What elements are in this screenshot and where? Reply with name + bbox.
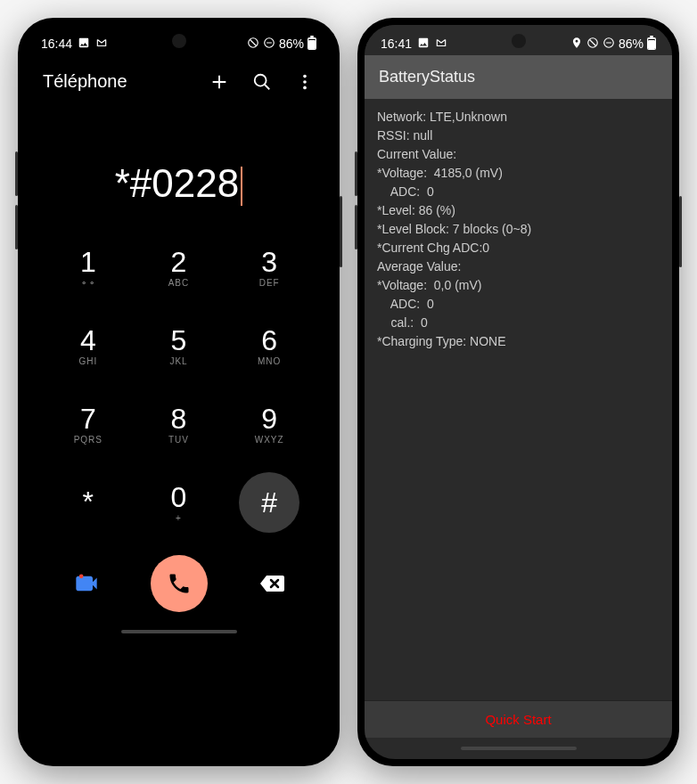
call-button[interactable] (151, 555, 208, 612)
info-line: *Voltage: 4185,0 (mV) (377, 164, 660, 183)
key-hash[interactable]: # (239, 472, 299, 533)
battery-text: 86% (279, 37, 304, 51)
battery-icon (647, 36, 656, 52)
image-icon (417, 37, 430, 51)
image-icon (78, 37, 90, 51)
svg-point-10 (78, 575, 83, 579)
status-bar: 16:41 86% (365, 25, 672, 55)
dialed-text: *#0228 (115, 161, 239, 205)
svg-point-9 (303, 86, 307, 89)
no-sim-icon (247, 37, 259, 51)
info-line: RSSI: null (377, 127, 660, 145)
phone-dialer: 16:44 86% (18, 18, 340, 766)
battery-info-text: Network: LTE,Unknown RSSI: null Current … (365, 99, 672, 700)
key-9[interactable]: 9WXYZ (224, 389, 315, 459)
status-time: 16:44 (41, 37, 72, 51)
location-icon (570, 37, 583, 51)
svg-point-8 (303, 80, 307, 84)
svg-point-7 (303, 74, 307, 78)
no-sim-icon (586, 37, 599, 51)
backspace-button[interactable] (252, 564, 291, 603)
battery-text: 86% (619, 37, 644, 51)
key-6[interactable]: 6MNO (224, 311, 315, 380)
key-0[interactable]: 0+ (134, 468, 225, 537)
key-star[interactable]: * (43, 468, 134, 537)
info-line: cal.: 0 (377, 314, 660, 332)
action-row (25, 537, 332, 621)
quick-start-button[interactable]: Quick Start (365, 700, 672, 738)
key-4[interactable]: 4GHI (43, 311, 134, 380)
phone-battery-status: 16:41 86% (357, 18, 679, 766)
keypad: 1⚬⚬ 2ABC 3DEF 4GHI 5JKL 6MNO 7PQRS 8TUV … (25, 233, 332, 537)
svg-rect-13 (650, 36, 653, 37)
svg-point-6 (255, 74, 266, 86)
info-line: *Level: 86 (%) (377, 201, 660, 220)
key-2[interactable]: 2ABC (134, 233, 225, 302)
nav-handle[interactable] (121, 630, 237, 633)
key-8[interactable]: 8TUV (134, 389, 225, 459)
key-3[interactable]: 3DEF (224, 233, 315, 302)
info-line: ADC: 0 (377, 183, 660, 201)
svg-rect-2 (310, 36, 314, 37)
nav-handle[interactable] (461, 747, 577, 750)
info-line: ADC: 0 (377, 295, 660, 314)
info-line: *Voltage: 0,0 (mV) (377, 276, 660, 295)
search-icon[interactable] (252, 72, 272, 92)
video-call-button[interactable] (67, 564, 106, 603)
battery-status-title: BatteryStatus (365, 55, 672, 99)
info-line: Current Value: (377, 145, 660, 164)
info-line: *Level Block: 7 blocks (0~8) (377, 220, 660, 239)
cursor (241, 167, 242, 206)
more-icon[interactable] (295, 72, 315, 92)
dialer-screen: 16:44 86% (25, 25, 332, 759)
svg-rect-5 (308, 40, 316, 49)
svg-rect-16 (648, 40, 655, 49)
info-line: *Current Chg ADC:0 (377, 239, 660, 257)
battery-icon (308, 36, 316, 52)
key-1[interactable]: 1⚬⚬ (43, 233, 134, 302)
key-5[interactable]: 5JKL (134, 311, 225, 380)
status-time: 16:41 (381, 37, 412, 51)
gmail-icon (435, 37, 447, 51)
battery-status-screen: 16:41 86% (365, 25, 672, 759)
add-icon[interactable] (209, 72, 229, 92)
status-bar: 16:44 86% (25, 25, 332, 55)
dnd-icon (603, 37, 615, 51)
info-line: Average Value: (377, 257, 660, 276)
info-line: Network: LTE,Unknown (377, 108, 660, 127)
gmail-icon (95, 37, 108, 51)
app-header: Téléphone (25, 55, 332, 108)
dnd-icon (263, 37, 275, 51)
nav-bar (25, 621, 332, 642)
info-line: *Charging Type: NONE (377, 332, 660, 351)
key-7[interactable]: 7PQRS (43, 389, 134, 459)
app-title: Téléphone (43, 71, 127, 92)
dialed-number-display: *#0228 (25, 108, 332, 233)
nav-bar (365, 738, 672, 759)
